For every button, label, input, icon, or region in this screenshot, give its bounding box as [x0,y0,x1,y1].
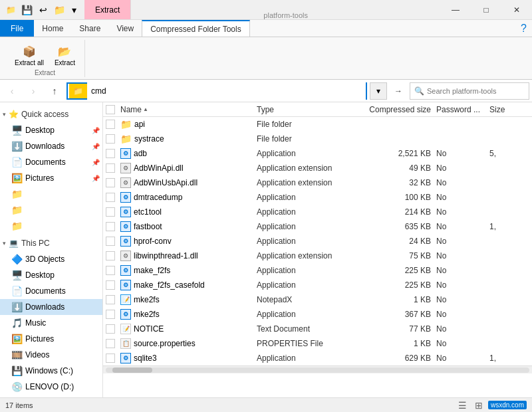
row-checkbox[interactable] [106,295,120,304]
table-row[interactable]: ⚙ libwinpthread-1.dll Application extens… [103,249,532,263]
row-checkbox[interactable] [106,193,120,202]
tab-compressed-folder-tools[interactable]: Compressed Folder Tools [142,20,250,37]
checkbox[interactable] [106,295,115,304]
checkbox[interactable] [106,266,115,275]
checkbox[interactable] [106,310,115,319]
row-checkbox[interactable] [106,324,120,334]
horizontal-scrollbar[interactable] [103,365,532,373]
checkbox[interactable] [106,339,115,348]
checkbox[interactable] [106,120,115,129]
column-compressed-size[interactable]: Compressed size [363,105,436,114]
table-row[interactable]: ⚙ make_f2fs_casefold Application 225 KB … [103,278,532,292]
row-checkbox[interactable] [106,207,120,217]
row-checkbox[interactable] [106,251,120,260]
folder-up-icon[interactable]: 📁 [51,3,68,17]
table-row[interactable]: ⚙ adb Application 2,521 KB No 5, [103,146,532,161]
sidebar-item-folder1[interactable]: 📁 [0,186,102,202]
sidebar-item-pictures-pc[interactable]: 🖼️ Pictures [0,331,102,347]
table-row[interactable]: ⚙ AdbWinApi.dll Application extension 49… [103,161,532,175]
up-button[interactable]: ↑ [45,82,64,100]
checkbox[interactable] [106,280,115,290]
extract-all-button[interactable]: 📦 Extract all [11,43,48,69]
checkbox[interactable] [106,193,115,202]
table-row[interactable]: ⚙ AdbWinUsbApi.dll Application extension… [103,175,532,190]
sidebar-item-pictures-qa[interactable]: 🖼️ Pictures 📌 [0,170,102,186]
checkbox[interactable] [106,178,115,187]
table-row[interactable]: 📁 systrace File folder [103,132,532,146]
forward-button[interactable]: › [24,82,43,100]
checkbox[interactable] [106,134,115,144]
minimize-button[interactable]: — [440,0,471,20]
sidebar-item-documents-qa[interactable]: 📄 Documents 📌 [0,154,102,170]
list-view-button[interactable]: ☰ [456,399,469,412]
back-button[interactable]: ‹ [3,82,21,100]
sidebar-item-documents-pc[interactable]: 📄 Documents [0,283,102,299]
help-icon[interactable]: ? [521,20,527,37]
scroll-thumb[interactable] [112,367,152,373]
column-password[interactable]: Password ... [436,105,489,114]
table-row[interactable]: 📋 source.properties PROPERTIES File 1 KB… [103,336,532,351]
checkbox[interactable] [106,149,115,158]
table-row[interactable]: ⚙ fastboot Application 635 KB No 1, [103,219,532,234]
row-checkbox[interactable] [106,354,120,363]
row-checkbox[interactable] [106,222,120,231]
sidebar-item-lenovo-d[interactable]: 💿 LENOVO (D:) [0,379,102,395]
checkbox[interactable] [106,324,115,334]
sidebar-item-downloads-pc[interactable]: ⬇️ Downloads [0,299,102,315]
sidebar-item-desktop-pc[interactable]: 🖥️ Desktop [0,267,102,283]
checkbox[interactable] [106,222,115,231]
tab-home[interactable]: Home [34,20,71,37]
tab-file[interactable]: File [0,20,34,37]
tab-share[interactable]: Share [71,20,108,37]
detail-view-button[interactable]: ⊞ [472,399,485,412]
extract-button[interactable]: 📂 Extract [51,43,79,69]
table-row[interactable]: ⚙ hprof-conv Application 24 KB No [103,234,532,249]
search-input[interactable] [427,87,525,95]
row-checkbox[interactable] [106,134,120,144]
row-checkbox[interactable] [106,266,120,275]
table-row[interactable]: ⚙ mke2fs Application 367 KB No [103,307,532,322]
select-all-checkbox[interactable] [106,105,120,114]
dropdown-icon[interactable]: ▾ [69,3,79,17]
table-row[interactable]: 📝 mke2fs NotepadX 1 KB No [103,292,532,307]
address-input[interactable] [87,82,366,100]
checkbox[interactable] [106,207,115,217]
address-dropdown-button[interactable]: ▾ [370,82,387,100]
column-name[interactable]: Name ▲ [120,105,257,114]
table-row[interactable]: 📁 api File folder [103,117,532,132]
sidebar-item-folder3[interactable]: 📁 [0,218,102,234]
sidebar-item-windows-c[interactable]: 💾 Windows (C:) [0,363,102,379]
table-row[interactable]: 📝 NOTICE Text Document 77 KB No [103,322,532,336]
column-size[interactable]: Size [489,105,529,114]
table-row[interactable]: ⚙ etc1tool Application 214 KB No [103,205,532,219]
sidebar-network-header[interactable]: ▶ 🌐 Network [0,396,102,397]
sidebar-item-folder2[interactable]: 📁 [0,202,102,218]
row-checkbox[interactable] [106,280,120,290]
row-checkbox[interactable] [106,237,120,246]
tab-extract[interactable]: Extract [84,0,131,19]
sidebar-this-pc-header[interactable]: ▾ 💻 This PC [0,235,102,251]
save-icon[interactable]: 💾 [19,3,35,17]
maximize-button[interactable]: □ [471,0,501,20]
undo-icon[interactable]: ↩ [37,3,50,17]
sidebar-item-3dobjects[interactable]: 🔷 3D Objects [0,251,102,267]
row-checkbox[interactable] [106,120,120,129]
checkbox[interactable] [106,163,115,173]
checkbox[interactable] [106,105,115,114]
sidebar-item-desktop-qa[interactable]: 🖥️ Desktop 📌 [0,122,102,138]
go-button[interactable]: → [390,82,407,100]
table-row[interactable]: ⚙ sqlite3 Application 629 KB No 1, [103,351,532,365]
row-checkbox[interactable] [106,310,120,319]
checkbox[interactable] [106,237,115,246]
sidebar-item-downloads-qa[interactable]: ⬇️ Downloads 📌 [0,138,102,154]
row-checkbox[interactable] [106,178,120,187]
row-checkbox[interactable] [106,163,120,173]
tab-view[interactable]: View [108,20,142,37]
checkbox[interactable] [106,251,115,260]
table-row[interactable]: ⚙ dmtracedump Application 100 KB No [103,190,532,205]
row-checkbox[interactable] [106,149,120,158]
close-button[interactable]: ✕ [501,0,532,20]
table-row[interactable]: ⚙ make_f2fs Application 225 KB No [103,263,532,278]
row-checkbox[interactable] [106,339,120,348]
sidebar-quick-access-header[interactable]: ▾ ⭐ Quick access [0,106,102,122]
